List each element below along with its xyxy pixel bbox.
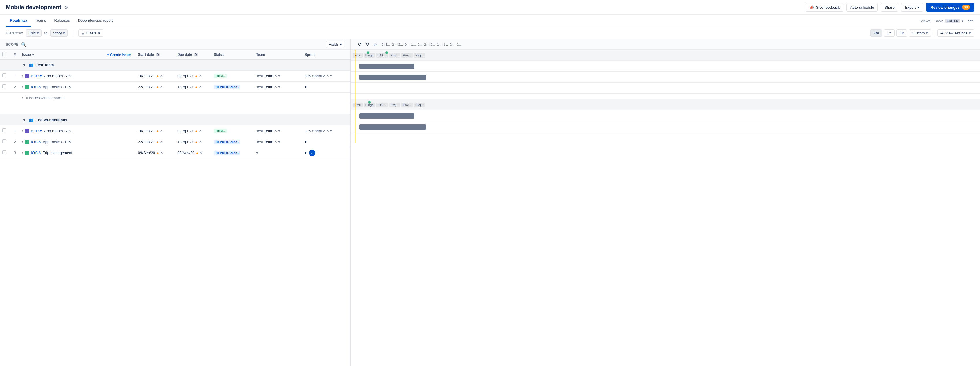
time-fit-button[interactable]: Fit [896,29,907,37]
tab-releases[interactable]: Releases [50,15,74,27]
wk-row3-status-badge[interactable]: IN PROGRESS [214,150,240,155]
row2-team-x[interactable]: ✕ [274,85,277,89]
wk-row1-start-x[interactable]: ✕ [160,129,162,133]
wk-sprint-label-proj1: Proj... [389,102,401,107]
wk-row1-checkbox[interactable] [2,128,6,133]
test-team-label: Test Team [36,63,54,67]
custom-button[interactable]: Custom ▾ [909,29,931,37]
wk-row2-expand-icon[interactable]: › [22,140,23,144]
row1-empty-cell [104,70,135,82]
wk-row2-team-name: Test Team [256,140,273,144]
row2-due-date[interactable]: 13/Apr/21 [177,85,194,89]
row1-checkbox[interactable] [2,74,6,77]
wk-row1-start-date[interactable]: 16/Feb/21 [138,129,155,133]
tab-roadmap[interactable]: Roadmap [6,15,31,27]
gear-icon[interactable]: ⚙ [64,5,68,10]
gantt-refresh-button[interactable]: ⇄ [372,42,378,47]
gantt-bar-wk2[interactable] [360,124,426,129]
wk-row3-checkbox[interactable] [2,150,6,154]
fields-button[interactable]: Fields ▾ [326,41,344,48]
wk-row2-team-x[interactable]: ✕ [274,140,277,144]
row2-sprint-expand[interactable]: ▾ [305,85,307,89]
wk-row1-expand-icon[interactable]: › [22,129,23,133]
row1-due-x[interactable]: ✕ [199,74,202,78]
wk-row2-start-date[interactable]: 22/Feb/21 [138,140,155,144]
wk-row1-checkbox-cell [0,125,11,136]
feedback-button[interactable]: 📣 Give feedback [806,3,843,11]
test-team-expand-button[interactable]: ▼ [22,63,27,67]
views-basic[interactable]: Basic EDITED ▾ [934,19,964,23]
wk-row2-sprint-expand[interactable]: ▾ [305,140,307,144]
wk-row1-key[interactable]: ADR-5 [31,129,42,133]
view-settings-button[interactable]: ⇌ View settings ▾ [937,29,974,37]
wk-row3-expand-icon[interactable]: › [22,151,23,155]
wk-row2-status-badge[interactable]: IN PROGRESS [214,140,240,144]
scope-search-button[interactable]: 🔍 [21,42,26,47]
row2-team-expand[interactable]: ▾ [278,85,280,89]
row2-expand-icon[interactable]: › [22,85,23,89]
export-button[interactable]: Export ▾ [901,3,923,11]
share-button[interactable]: Share [881,3,898,11]
wk-row3-team-expand[interactable]: ▾ [256,150,258,155]
issue-sort-icon[interactable]: ▾ [32,53,34,56]
spacer-row [0,104,350,115]
row1-team-expand[interactable]: ▾ [278,74,280,78]
row1-sprint-expand[interactable]: ▾ [330,74,332,78]
gantt-bar-tt1[interactable] [360,64,414,69]
gantt-bar-tt2[interactable] [360,75,426,80]
wunderkinds-expand-button[interactable]: ▼ [22,118,27,122]
wk-row3-key[interactable]: IOS-6 [31,150,41,155]
wk-row3-start-date[interactable]: 09/Sep/20 [138,150,155,155]
time-3m-button[interactable]: 3M [870,29,882,37]
wk-row2-due-x[interactable]: ✕ [199,140,202,144]
tab-dependencies-report[interactable]: Dependencies report [74,15,117,27]
wk-row2-team-expand[interactable]: ▾ [278,140,280,144]
row1-start-x[interactable]: ✕ [160,74,162,78]
gantt-undo-button[interactable]: ↺ [356,41,363,48]
filters-button[interactable]: ⊟ Filters ▾ [78,29,103,37]
wk-row1-sprint-x[interactable]: ✕ [326,129,329,133]
row1-sprint-x[interactable]: ✕ [326,74,329,78]
gantt-bar-wk1[interactable] [360,113,414,118]
wk-row3-due-date[interactable]: 03/Nov/20 [177,150,194,155]
more-options-button[interactable]: ••• [966,17,974,25]
wk-row1-team-expand[interactable]: ▾ [278,129,280,133]
th-create-issue[interactable]: + Create issue [104,50,135,59]
row1-due-date[interactable]: 02/Apr/21 [177,74,194,78]
hierarchy-to-button[interactable]: Story ▾ [50,29,67,37]
wk-row1-due-date[interactable]: 02/Apr/21 [177,129,194,133]
gantt-redo-button[interactable]: ↻ [364,41,371,48]
wk-row1-due-x[interactable]: ✕ [199,129,202,133]
row2-start-x[interactable]: ✕ [160,85,162,89]
wk-row1-status-badge[interactable]: DONE [214,129,227,133]
wk-row2-due-date[interactable]: 13/Apr/21 [177,140,194,144]
hierarchy-from-button[interactable]: Epic ▾ [26,29,41,37]
row2-status-badge[interactable]: IN PROGRESS [214,85,240,90]
wk-row1-due-warning: ▲ [195,129,198,133]
wk-row2-checkbox[interactable] [2,139,6,144]
review-changes-button[interactable]: Review changes 34 [926,3,974,11]
row1-team-x[interactable]: ✕ [274,74,277,78]
auto-schedule-button[interactable]: Auto-schedule [846,3,878,11]
row1-status-badge[interactable]: DONE [214,74,227,78]
row1-expand-icon[interactable]: › [22,74,23,78]
wk-row3-sprint-expand[interactable]: ▾ [305,150,307,155]
back-icon[interactable]: ← [309,150,315,156]
wk-row1-start: 16/Feb/21 ▲ ✕ [135,125,174,136]
wk-row3-start-x[interactable]: ✕ [160,151,163,155]
row1-start-date[interactable]: 16/Feb/21 [138,74,155,78]
wk-row1-sprint-expand[interactable]: ▾ [330,129,332,133]
row2-checkbox[interactable] [2,85,6,88]
row2-start-date[interactable]: 22/Feb/21 [138,85,155,89]
row2-key[interactable]: IOS-5 [31,85,41,89]
wk-row2-key[interactable]: IOS-5 [31,140,41,144]
time-1y-button[interactable]: 1Y [883,29,894,37]
tab-teams[interactable]: Teams [31,15,50,27]
wk-row1-team-x[interactable]: ✕ [274,129,277,133]
orphan-expand-icon[interactable]: › [22,96,23,100]
row2-due-x[interactable]: ✕ [199,85,202,89]
wk-row3-due-x[interactable]: ✕ [199,151,202,155]
row1-key[interactable]: ADR-5 [31,74,42,78]
select-all-checkbox[interactable] [2,52,6,56]
wk-row2-start-x[interactable]: ✕ [160,140,162,144]
